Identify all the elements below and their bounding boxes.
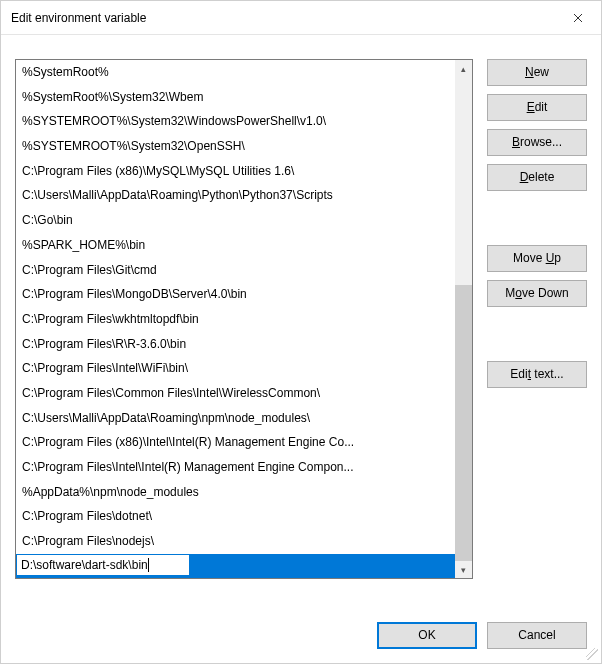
list-item[interactable]: C:\Go\bin bbox=[16, 208, 455, 233]
move-up-button[interactable]: Move Up bbox=[487, 245, 587, 272]
dialog-window: Edit environment variable %SystemRoot%%S… bbox=[0, 0, 602, 664]
list-item[interactable]: C:\Users\Malli\AppData\Roaming\Python\Py… bbox=[16, 183, 455, 208]
list-item[interactable]: C:\Program Files (x86)\MySQL\MySQL Utili… bbox=[16, 159, 455, 184]
side-buttons: New Edit Browse... Delete Move Up Move D… bbox=[487, 59, 587, 598]
list-item[interactable]: C:\Program Files (x86)\Intel\Intel(R) Ma… bbox=[16, 430, 455, 455]
dialog-content: %SystemRoot%%SystemRoot%\System32\Wbem%S… bbox=[1, 35, 601, 663]
scroll-down-arrow[interactable]: ▾ bbox=[455, 561, 472, 578]
scroll-track[interactable] bbox=[455, 77, 472, 561]
list-item[interactable]: %SystemRoot% bbox=[16, 60, 455, 85]
edit-text-button[interactable]: Edit text... bbox=[487, 361, 587, 388]
scroll-thumb[interactable] bbox=[455, 285, 472, 561]
window-title: Edit environment variable bbox=[11, 11, 555, 25]
edit-button[interactable]: Edit bbox=[487, 94, 587, 121]
main-row: %SystemRoot%%SystemRoot%\System32\Wbem%S… bbox=[15, 59, 587, 598]
list-item[interactable]: %SPARK_HOME%\bin bbox=[16, 233, 455, 258]
list-item[interactable]: C:\Program Files\R\R-3.6.0\bin bbox=[16, 332, 455, 357]
path-list[interactable]: %SystemRoot%%SystemRoot%\System32\Wbem%S… bbox=[15, 59, 473, 579]
list-item[interactable]: C:\Program Files\Git\cmd bbox=[16, 258, 455, 283]
list-item[interactable]: %SYSTEMROOT%\System32\WindowsPowerShell\… bbox=[16, 109, 455, 134]
title-bar: Edit environment variable bbox=[1, 1, 601, 35]
browse-button[interactable]: Browse... bbox=[487, 129, 587, 156]
dialog-footer: OK Cancel bbox=[15, 598, 587, 649]
resize-grip[interactable] bbox=[586, 648, 598, 660]
ok-button[interactable]: OK bbox=[377, 622, 477, 649]
list-item[interactable]: C:\Program Files\Intel\WiFi\bin\ bbox=[16, 356, 455, 381]
list-item-editing[interactable]: D:\software\dart-sdk\bin bbox=[16, 554, 455, 579]
list-item[interactable]: C:\Program Files\Intel\Intel(R) Manageme… bbox=[16, 455, 455, 480]
list-item[interactable]: C:\Program Files\Common Files\Intel\Wire… bbox=[16, 381, 455, 406]
list-item[interactable]: %SYSTEMROOT%\System32\OpenSSH\ bbox=[16, 134, 455, 159]
cancel-button[interactable]: Cancel bbox=[487, 622, 587, 649]
list-item[interactable]: %AppData%\npm\node_modules bbox=[16, 480, 455, 505]
scrollbar[interactable]: ▴ ▾ bbox=[455, 60, 472, 578]
scroll-up-arrow[interactable]: ▴ bbox=[455, 60, 472, 77]
path-edit-input[interactable]: D:\software\dart-sdk\bin bbox=[16, 554, 190, 576]
new-button[interactable]: New bbox=[487, 59, 587, 86]
list-item[interactable]: C:\Program Files\MongoDB\Server\4.0\bin bbox=[16, 282, 455, 307]
close-button[interactable] bbox=[555, 1, 601, 35]
list-item[interactable]: C:\Program Files\dotnet\ bbox=[16, 504, 455, 529]
list-item[interactable]: C:\Program Files\wkhtmltopdf\bin bbox=[16, 307, 455, 332]
list-item[interactable]: C:\Users\Malli\AppData\Roaming\npm\node_… bbox=[16, 406, 455, 431]
list-item[interactable]: %SystemRoot%\System32\Wbem bbox=[16, 85, 455, 110]
move-down-button[interactable]: Move Down bbox=[487, 280, 587, 307]
delete-button[interactable]: Delete bbox=[487, 164, 587, 191]
list-item[interactable]: C:\Program Files\nodejs\ bbox=[16, 529, 455, 554]
